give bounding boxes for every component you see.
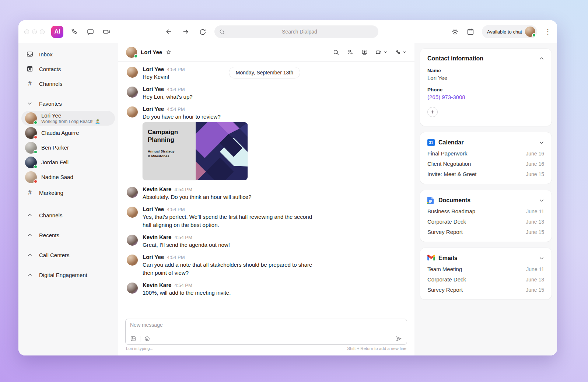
search-input[interactable] (225, 29, 374, 35)
presence-dot (532, 33, 536, 37)
favorite-name: Ben Parker (41, 144, 69, 151)
message: Lori Yee4:54 PM Yes, that’s perfect. We’… (127, 206, 406, 229)
message-sender: Lori Yee (143, 86, 164, 92)
attach-image-icon[interactable] (130, 336, 136, 342)
sidebar-section-recents[interactable]: Recents (21, 225, 115, 245)
chat-avatar (126, 47, 137, 58)
section-label: Recents (39, 232, 59, 238)
favorite-lori-yee[interactable]: Lori Yee Working from Long Beach! 🏝️ (21, 111, 115, 126)
message-text: Hey Kevin! (143, 73, 185, 81)
favorite-channel-marketing[interactable]: # Marketing (21, 185, 115, 200)
composer[interactable] (125, 319, 407, 345)
message-input[interactable] (130, 322, 402, 331)
availability-label: Available to chat (487, 29, 522, 35)
call-menu-icon[interactable] (395, 49, 406, 56)
favorites-label: Favorites (39, 101, 62, 107)
documents-card: Documents Business RoadmapJune 11 Corpor… (420, 190, 552, 242)
message: Kevin Kare4:54 PM Great, I’ll send the a… (127, 234, 406, 249)
emoji-icon[interactable] (144, 336, 150, 342)
search-bar[interactable] (214, 25, 378, 38)
calendar-item[interactable]: Client NegotiationJune 16 (427, 161, 544, 167)
message-text: 100%, will add to the meeting invite. (143, 289, 231, 297)
refresh-icon[interactable] (199, 28, 206, 35)
video-call-menu-icon[interactable] (375, 49, 388, 56)
avatar (127, 187, 138, 198)
calendar-item[interactable]: Invite: Meet & GreetJune 15 (427, 171, 544, 177)
document-item[interactable]: Corporate DeckJune 13 (427, 218, 544, 225)
sidebar-label: Contacts (39, 66, 61, 72)
attachment-campaign-planning[interactable]: CampaignPlanning Annual Strategy& Milest… (143, 122, 248, 180)
screen-share-icon[interactable] (361, 49, 368, 56)
contact-phone[interactable]: (265) 973-3008 (427, 94, 544, 100)
hash-icon: # (26, 80, 34, 87)
window-minimize-button[interactable] (32, 29, 37, 34)
favorites-section-header[interactable]: Favorites (21, 96, 115, 111)
card-title: Emails (438, 255, 458, 262)
top-bar: Ai (18, 20, 557, 43)
favorite-ben-parker[interactable]: Ben Parker (21, 140, 115, 155)
calendar-item[interactable]: Final PaperworkJune 16 (427, 150, 544, 157)
sidebar-item-channels[interactable]: # Channels (21, 76, 115, 91)
phone-icon[interactable] (71, 28, 78, 36)
sidebar-item-inbox[interactable]: Inbox (21, 47, 115, 62)
sidebar-item-contacts[interactable]: Contacts (21, 62, 115, 76)
send-icon[interactable] (395, 335, 402, 342)
attachment-text: CampaignPlanning Annual Strategy& Milest… (143, 122, 196, 180)
overflow-menu-icon[interactable]: ⋮ (545, 28, 551, 36)
email-item[interactable]: Survey ReportJune 15 (427, 287, 544, 293)
message: Kevin Kare4:54 PM Absolutely. Do you thi… (127, 186, 406, 201)
sidebar-section-digital-engagement[interactable]: Digital Engagement (21, 265, 115, 285)
message-list[interactable]: Monday, September 13th Lori Yee4:54 PM H… (118, 62, 414, 319)
favorite-status: Working from Long Beach! 🏝️ (41, 119, 100, 124)
expand-icon[interactable] (539, 256, 544, 261)
avatar (25, 127, 37, 139)
add-person-icon[interactable] (347, 49, 354, 56)
favorite-name: Marketing (39, 190, 63, 196)
typing-indicator: Lori is typing... (126, 346, 153, 351)
hash-icon: # (26, 189, 34, 196)
window-close-button[interactable] (24, 29, 29, 34)
window-controls (24, 29, 45, 34)
favorite-jordan-fell[interactable]: Jordan Fell (21, 155, 115, 170)
forward-icon[interactable] (182, 28, 189, 35)
avatar (127, 106, 138, 118)
message-sender: Kevin Kare (143, 282, 171, 288)
contact-name: Lori Yee (427, 75, 544, 81)
chevron-up-icon (26, 213, 34, 218)
favorite-claudia-aguirre[interactable]: Claudia Aguirre (21, 126, 115, 140)
star-icon[interactable] (166, 49, 172, 55)
document-item[interactable]: Business RoadmapJune 11 (427, 208, 544, 214)
section-label: Call Centers (39, 252, 70, 258)
newline-hint: Shift + Return to add a new line (347, 346, 406, 351)
section-label: Digital Engagement (39, 272, 87, 278)
expand-icon[interactable] (539, 198, 544, 203)
availability-button[interactable]: Available to chat (482, 25, 537, 38)
messages-icon[interactable] (87, 28, 94, 36)
calendar-icon[interactable] (466, 28, 475, 36)
sidebar-section-call-centers[interactable]: Call Centers (21, 245, 115, 265)
sidebar: Inbox Contacts # Channels Favorites (18, 43, 118, 355)
window-zoom-button[interactable] (40, 29, 45, 34)
chevron-up-icon (26, 252, 34, 257)
expand-icon[interactable] (539, 140, 544, 145)
favorite-nadine-saad[interactable]: Nadine Saad (21, 170, 115, 185)
dialpad-logo[interactable]: Ai (51, 26, 63, 38)
settings-gear-icon[interactable] (451, 28, 459, 36)
date-divider: Monday, September 13th (229, 67, 300, 78)
contact-information-card: Contact information Name Lori Yee Phone … (420, 49, 552, 126)
collapse-icon[interactable] (539, 56, 544, 61)
video-icon[interactable] (102, 28, 111, 36)
add-field-button[interactable]: + (427, 107, 438, 117)
search-chat-icon[interactable] (333, 49, 339, 56)
document-item[interactable]: Survey ReportJune 15 (427, 229, 544, 235)
sidebar-section-channels[interactable]: Channels (21, 205, 115, 225)
message-time: 4:54 PM (167, 67, 185, 72)
message-text: Do you have an hour to review? (143, 113, 221, 121)
email-item[interactable]: Corporate DeckJune 13 (427, 276, 544, 283)
details-panel: Contact information Name Lori Yee Phone … (414, 43, 557, 355)
chevron-up-icon (26, 232, 34, 238)
message-text: Yes, that’s perfect. We’ll spend the fir… (143, 213, 319, 229)
message-time: 4:54 PM (174, 187, 192, 192)
email-item[interactable]: Team MeetingJune 11 (427, 266, 544, 272)
back-icon[interactable] (165, 28, 172, 35)
